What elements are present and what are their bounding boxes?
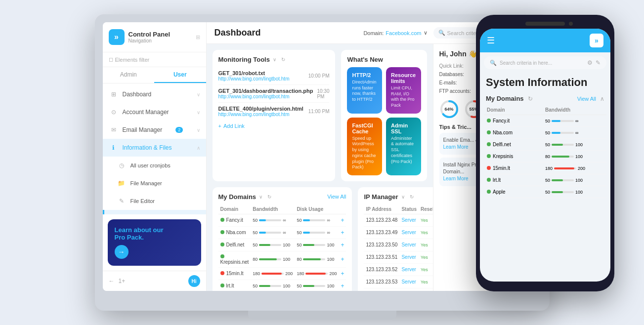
- phone-domains-table: Domain Bandwidth Fancy.it 50∞ Nba.com 50…: [480, 105, 610, 198]
- ip-row-1: 123.123.23.48 Server Yes 5 +: [364, 214, 432, 226]
- ip-thead-row: IP Address Status Reseller User(s): [364, 204, 432, 214]
- phone-row-3: Delfi.net 50100: [484, 139, 606, 151]
- nav-system-info[interactable]: ⊡ System Information: [103, 210, 206, 214]
- domain-row-fancy: Fancy.it 50∞ 50∞ +: [218, 214, 346, 226]
- nav-arrow-3: ∨: [197, 127, 200, 133]
- monitor-item-3: DELETE_400/plugin/version.html http://ww…: [218, 103, 330, 120]
- whats-new-grid: HTTP/2 DirectAdmin runs faster now, than…: [347, 67, 421, 175]
- gauge-64-label: 64%: [444, 107, 453, 112]
- gauge-64: 64%: [439, 99, 459, 119]
- phone-refresh-icon[interactable]: ↻: [528, 95, 533, 102]
- sidebar-user-icon[interactable]: 1+: [119, 278, 126, 284]
- person-icon: ⊙: [109, 107, 119, 117]
- sidebar-filter: ◻ Elements filter: [103, 52, 206, 67]
- laptop-wrapper: ☰ » 🔍 Search criteria in here... ⚙ ✎ Sys…: [0, 0, 644, 325]
- nav-cronjobs[interactable]: ◷ All user cronjobs: [103, 157, 206, 174]
- promo-button[interactable]: →: [115, 245, 129, 259]
- domain-row-15min: 15min.lt 180200 180200 +: [218, 267, 346, 280]
- col-actions: [339, 204, 346, 214]
- nav-dashboard[interactable]: ⊞ Dashboard ∨: [103, 85, 206, 103]
- email-icon: ✉: [109, 125, 119, 135]
- ip-manager-refresh-icon[interactable]: ↻: [410, 194, 414, 200]
- sidebar-logo: » Control Panel Navigation ⊞: [103, 22, 206, 52]
- phone-view-all[interactable]: View All: [577, 96, 596, 102]
- domain-row-nba: Nba.com 50∞ 50∞ +: [218, 226, 346, 239]
- ip-row-5: 123.123.23.52 Server Yes 3 +: [364, 263, 432, 276]
- ip-manager-dropdown-icon[interactable]: ∨: [401, 194, 405, 200]
- my-domains-view-all[interactable]: View All: [327, 194, 346, 200]
- tip-2-learn-more[interactable]: Learn More: [443, 176, 469, 181]
- phone-row-4: Krepsinis 80100: [484, 151, 606, 162]
- news-card-fastcgi: FastCGI Cache Speed up WordPress by usin…: [347, 118, 382, 175]
- ip-row-7: 123.123.23.54 Server Yes 3 +: [364, 288, 432, 291]
- news-card-ssl: Admin SSL Administer & automate SSL cert…: [386, 118, 421, 175]
- domain-value: Facebook.com: [386, 30, 421, 36]
- monitoring-tools-refresh-icon[interactable]: ↻: [281, 57, 285, 62]
- nav-arrow-2: ∨: [197, 110, 200, 115]
- sidebar-grid-icon[interactable]: ⊞: [196, 34, 200, 41]
- col-reseller: Reseller: [419, 204, 433, 214]
- domain-row-lrt: lrt.lt 50100 50100 +: [218, 280, 346, 291]
- monitor-icon: ⊡: [118, 214, 128, 214]
- col-disk: Disk Usage: [295, 204, 339, 214]
- phone-collapse-icon[interactable]: ∧: [600, 95, 604, 102]
- phone-row-7: Apple 50100: [484, 186, 606, 198]
- nav-arrow-4: ∧: [197, 145, 200, 151]
- col-status: Status: [399, 204, 419, 214]
- monitoring-tools-title: Monitoring Tools: [218, 56, 270, 63]
- phone-edit-icon[interactable]: ✎: [596, 59, 601, 66]
- promo-title: Learn about our Pro Pack.: [115, 226, 194, 241]
- my-domains-title: My Domains: [218, 193, 257, 201]
- col-ip: IP Address: [364, 204, 399, 214]
- tab-admin[interactable]: Admin: [103, 67, 155, 83]
- folder-icon: 📁: [117, 178, 127, 188]
- monitor-item-2: GET_301/dashboard/transaction.php http:/…: [218, 85, 330, 103]
- phone-row-1: Fancy.it 50∞: [484, 115, 606, 127]
- nav-file-manager[interactable]: 📁 File Manager: [103, 174, 206, 192]
- sidebar-back-icon[interactable]: ←: [109, 278, 115, 284]
- phone-filter-icon[interactable]: ⚙: [587, 59, 593, 66]
- email-badge: 2: [175, 127, 183, 133]
- ip-manager-title: IP Manager: [364, 193, 398, 201]
- dashboard-main: Monitoring Tools ∨ ↻ GET_301/robot.txt h…: [207, 44, 433, 291]
- domain-row-krepsinis: Krepsinis.net 80100 80100 +: [218, 251, 346, 267]
- monitoring-tools-dropdown-icon[interactable]: ∨: [273, 57, 276, 62]
- logo-sub: Navigation: [129, 38, 171, 43]
- tab-user[interactable]: User: [154, 67, 206, 83]
- domain-selector[interactable]: Domain: Facebook.com ∨: [363, 30, 427, 36]
- my-domains-refresh-icon[interactable]: ↻: [267, 194, 271, 200]
- nav-file-editor[interactable]: ✎ File Editor: [103, 192, 206, 210]
- nav-email-manager[interactable]: ✉ Email Manager 2 ∨: [103, 121, 206, 139]
- nav-account-manager[interactable]: ⊙ Account Manager ∨: [103, 103, 206, 121]
- ip-row-6: 123.123.23.53 Server Yes 3 +: [364, 276, 432, 288]
- phone-col-bandwidth: Bandwidth: [545, 107, 603, 113]
- user-avatar[interactable]: Hi: [188, 275, 200, 287]
- phone-frame: ☰ » 🔍 Search criteria in here... ⚙ ✎ Sys…: [476, 15, 614, 291]
- phone-menu-icon[interactable]: ☰: [487, 35, 495, 46]
- add-link-button[interactable]: +Add Link: [218, 120, 330, 129]
- nav-info-files[interactable]: ℹ Information & Files ∧: [103, 139, 206, 157]
- my-domains-dropdown-icon[interactable]: ∨: [259, 194, 262, 200]
- filter-text: Elements filter: [115, 57, 150, 63]
- page-title: Dashboard: [215, 28, 261, 38]
- bottom-grid: My Domains ∨ ↻ View All D: [213, 187, 427, 291]
- phone-logo: »: [590, 34, 603, 47]
- phone-header: ☰ »: [480, 29, 610, 52]
- sidebar: » Control Panel Navigation ⊞ ◻ Elements …: [103, 22, 207, 291]
- whats-new-card: What's New HTTP/2 DirectAdmin runs faste…: [341, 50, 427, 181]
- domain-label: Domain:: [363, 30, 384, 36]
- phone-section-title: My Domains: [486, 95, 524, 102]
- monitoring-items-list: GET_301/robot.txt http://www.bing.com/li…: [218, 67, 330, 120]
- sidebar-bottom: ← 1+ Hi: [103, 271, 206, 291]
- clock-icon: ◷: [117, 161, 127, 170]
- monitor-item-1: GET_301/robot.txt http://www.bing.com/li…: [218, 67, 330, 85]
- col-domain: Domain: [218, 204, 251, 214]
- phone-search-bar[interactable]: 🔍 Search criteria in here... ⚙ ✎: [484, 56, 606, 69]
- monitoring-tools-header: Monitoring Tools ∨ ↻: [218, 56, 330, 63]
- ip-manager-card: IP Manager ∨ ↻ View All I: [358, 187, 432, 291]
- phone-search-placeholder: Search criteria in here...: [500, 60, 552, 66]
- tip-1-learn-more[interactable]: Learn More: [443, 144, 469, 150]
- ip-manager-table: IP Address Status Reseller User(s): [364, 204, 432, 291]
- ip-manager-table-wrapper: IP Address Status Reseller User(s): [364, 204, 432, 291]
- my-domains-tbody: Fancy.it 50∞ 50∞ + Nba.com 50∞: [218, 214, 346, 291]
